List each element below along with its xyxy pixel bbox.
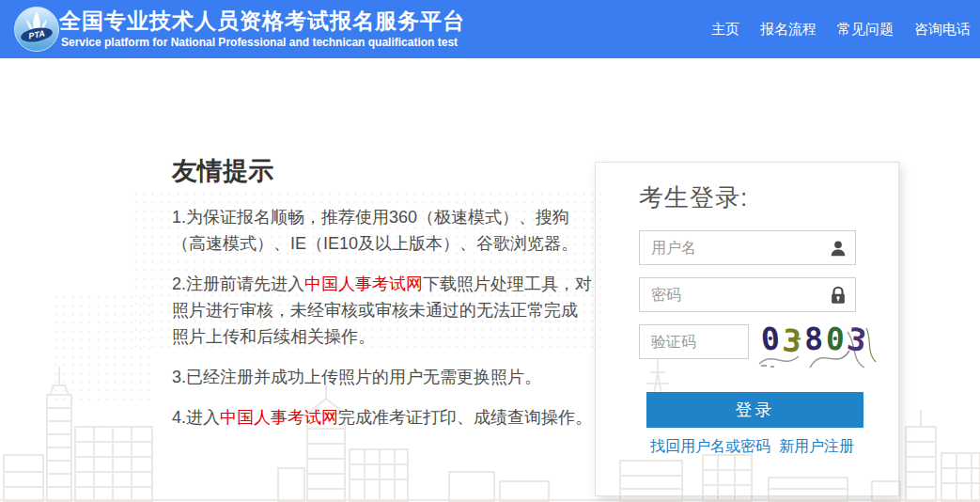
tip-item-2: 2.注册前请先进入中国人事考试网下载照片处理工具，对照片进行审核，未经审核或审核… xyxy=(172,271,592,350)
header-nav: 主页 报名流程 常见问题 咨询电话 xyxy=(711,0,971,58)
nav-contact-phone[interactable]: 咨询电话 xyxy=(914,21,971,39)
main-content: 友情提示 1.为保证报名顺畅，推荐使用360（极速模式）、搜狗（高速模式）、IE… xyxy=(0,58,980,502)
user-icon xyxy=(828,238,848,259)
nav-registration-process[interactable]: 报名流程 xyxy=(760,21,817,39)
tips-section: 友情提示 1.为保证报名顺畅，推荐使用360（极速模式）、搜狗（高速模式）、IE… xyxy=(172,154,592,445)
username-input[interactable] xyxy=(639,230,856,265)
captcha-image[interactable]: 0 3 8 0 3 xyxy=(755,317,893,371)
login-panel: 考生登录: 0 3 8 xyxy=(595,162,899,496)
tip-item-3: 3.已经注册并成功上传照片的用户无需更换照片。 xyxy=(172,364,592,390)
captcha-input[interactable] xyxy=(639,324,749,359)
nav-faq[interactable]: 常见问题 xyxy=(837,21,894,39)
tip-item-1: 1.为保证报名顺畅，推荐使用360（极速模式）、搜狗（高速模式）、IE（IE10… xyxy=(172,204,592,257)
tip-item-4: 4.进入中国人事考试网完成准考证打印、成绩查询操作。 xyxy=(172,404,592,431)
password-input[interactable] xyxy=(639,277,856,312)
cpta-site-link[interactable]: 中国人事考试网 xyxy=(304,275,423,293)
captcha-text: 0 3 8 0 3 xyxy=(761,321,865,357)
tips-heading: 友情提示 xyxy=(172,154,592,188)
forgot-credentials-link[interactable]: 找回用户名或密码 xyxy=(650,437,770,457)
nav-home[interactable]: 主页 xyxy=(711,21,739,39)
new-user-register-link[interactable]: 新用户注册 xyxy=(779,437,854,457)
dot-texture xyxy=(52,293,155,406)
site-title: 全国专业技术人员资格考试报名服务平台 xyxy=(59,7,465,36)
login-heading: 考生登录: xyxy=(639,181,748,214)
lock-icon xyxy=(828,285,848,306)
site-subtitle: Service platform for National Profession… xyxy=(61,36,458,49)
pta-logo-icon: PTA xyxy=(13,6,60,53)
top-banner: PTA 全国专业技术人员资格考试报名服务平台 Service platform … xyxy=(0,0,980,58)
login-button[interactable]: 登录 xyxy=(646,392,863,428)
cpta-site-link[interactable]: 中国人事考试网 xyxy=(220,408,338,427)
